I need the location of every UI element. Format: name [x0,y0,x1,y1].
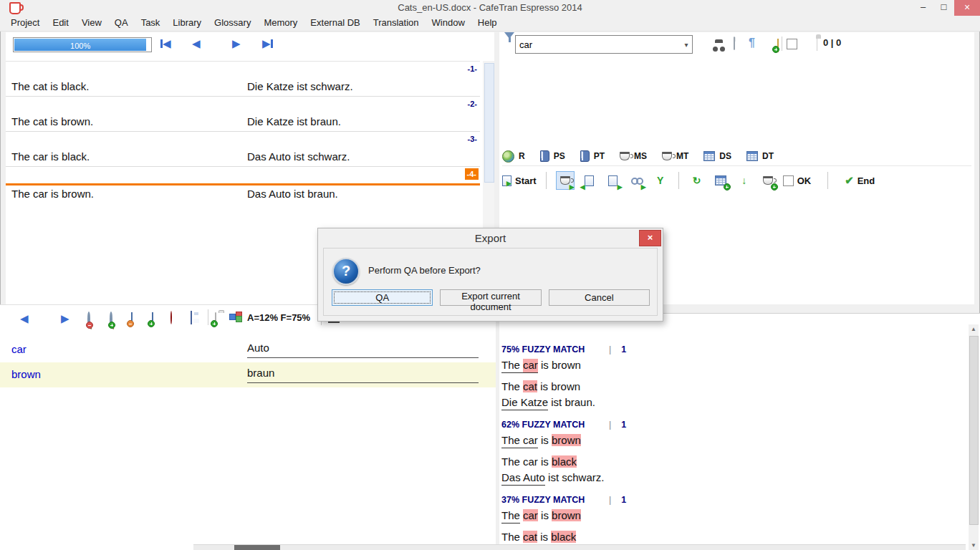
doc-previous-icon[interactable]: ◀ [581,172,598,189]
menu-item-task[interactable]: Task [135,16,167,30]
menu-item-window[interactable]: Window [426,16,471,30]
question-icon: ? [332,258,360,285]
previous-segment-icon[interactable]: ◀ [192,37,201,50]
horizontal-scrollbar-thumb[interactable] [234,545,280,550]
refresh-icon[interactable]: ↻ [688,172,706,189]
resource-button-ds[interactable]: DS [703,151,731,161]
zoom-in-icon[interactable] [110,313,112,326]
memory-row[interactable]: brown braun [0,362,496,387]
menu-item-edit[interactable]: Edit [46,16,75,30]
dialog-close-button[interactable]: × [639,230,661,246]
end-button[interactable]: ✔ End [845,172,875,189]
next-segment-icon[interactable]: ▶ [232,37,241,50]
segment-number: -1- [468,64,477,73]
scroll-down-icon[interactable]: ▼ [969,542,979,549]
start-button[interactable]: ▶ Start [502,172,537,189]
fuzzy-match-percent: 75% FUZZY MATCH [501,342,609,357]
menu-item-memory[interactable]: Memory [257,16,304,30]
resource-button-mt[interactable]: MT [662,151,688,161]
segment-number: -2- [468,100,477,108]
previous-icon[interactable]: ◀ [20,312,29,325]
doc-next-icon[interactable]: ▶ [605,172,622,189]
segment-row[interactable]: -4- The car is brown. Das Auto ist braun… [6,167,480,203]
segment-row[interactable]: -2- The cat is brown. Die Katze ist brau… [6,97,480,132]
menu-item-project[interactable]: Project [4,16,46,30]
link-next-icon[interactable]: ▶ [628,172,645,189]
segment-source-text: The cat is black. [11,80,89,92]
case-add-icon[interactable] [215,313,216,326]
titlebar: Cats_en-US.docx - CafeTran Espresso 2014… [0,0,980,16]
resource-button-ms[interactable]: MS [620,151,647,161]
table-add-icon[interactable] [712,172,729,189]
cancel-button[interactable]: Cancel [549,289,650,306]
memory-panel: ◀ ▶ A=12% F=75% car Auto brown braun [0,304,496,550]
fuzzy-match-header: 37% FUZZY MATCH|1 [501,492,960,508]
menu-item-qa[interactable]: QA [108,16,135,30]
resource-label: DT [762,151,774,161]
table-add-icon[interactable] [152,313,153,326]
toolbar-separator [546,172,547,189]
ok-checkbox[interactable]: OK [783,172,812,189]
toolbar-separator [782,37,782,51]
segment-row[interactable]: -1- The cat is black. Die Katze ist schw… [6,62,480,97]
resource-button-dt[interactable]: DT [746,151,774,161]
vertical-scrollbar-thumb[interactable] [969,336,979,525]
vertical-scrollbar[interactable]: ▲ ▼ [969,324,979,550]
segment-row[interactable]: -3- The car is black. Das Auto ist schwa… [6,132,480,167]
first-segment-icon[interactable]: ◀ [160,37,171,50]
zoom-out-icon[interactable] [87,313,90,326]
fuzzy-match-count: 1 [621,495,626,505]
chevron-down-icon[interactable]: ▾ [681,41,692,49]
delete-icon[interactable] [170,311,172,324]
horizontal-scrollbar[interactable] [193,544,966,550]
save-icon[interactable] [191,311,192,324]
segment-source-text: The car is black. [11,150,90,163]
fuzzy-match-block[interactable]: 37% FUZZY MATCH|1 The car is brownThe ca… [501,492,960,550]
search-checkbox[interactable] [787,39,797,49]
add-segment-icon[interactable] [777,39,779,52]
last-segment-icon[interactable]: ▶ [262,37,273,50]
menu-item-glossary[interactable]: Glossary [208,16,257,30]
resource-button-ps[interactable]: PS [540,150,565,162]
table-remove-icon[interactable] [131,313,133,326]
resource-button-r[interactable]: R [502,150,525,163]
close-button[interactable]: × [954,0,980,16]
match-text-run: ist schwarz. [545,471,605,483]
grid-scrollbar-thumb[interactable] [484,63,494,183]
match-text-run: The [501,380,523,392]
cup-next-icon[interactable]: ▶ [556,171,575,190]
menu-item-view[interactable]: View [75,16,108,30]
memory-target-term[interactable]: Auto [247,342,479,358]
cup-add-icon[interactable] [759,172,777,189]
segment-text-row: The car is black. Das Auto ist schwarz. [6,148,480,166]
memory-row[interactable]: car Auto [0,337,496,362]
globe-icon [502,150,514,163]
memory-stats: A=12% F=75% [247,312,310,323]
segment-target-text: Das Auto ist schwarz. [247,150,350,163]
minimize-button[interactable]: – [913,0,933,16]
qa-button[interactable]: QA [332,289,433,306]
search-combobox[interactable]: ▾ [515,35,693,54]
match-text-run: Die Katze [501,396,548,410]
next-icon[interactable]: ▶ [61,312,69,325]
menu-item-external-db[interactable]: External DB [304,16,366,30]
menu-item-library[interactable]: Library [166,16,208,30]
arrow-down-icon[interactable]: ↓ [736,172,753,189]
branch-icon[interactable]: Y [652,172,669,189]
resource-button-pt[interactable]: PT [580,150,605,162]
menu-item-translation[interactable]: Translation [367,16,426,30]
memory-target-term[interactable]: braun [247,367,479,383]
scroll-up-icon[interactable]: ▲ [969,326,979,332]
window-title: Cats_en-US.docx - CafeTran Espresso 2014 [0,0,980,16]
fuzzy-match-block[interactable]: 75% FUZZY MATCH|1 The car is brownThe ca… [501,342,960,410]
mouse-icon[interactable] [734,37,735,50]
fuzzy-match-block[interactable]: 62% FUZZY MATCH|1 The car is brownThe ca… [501,417,960,486]
pilcrow-icon[interactable]: ¶ [749,37,755,49]
memory-source-term: brown [11,368,41,380]
match-highlight-run: black [551,531,576,543]
search-input[interactable] [516,39,681,50]
maximize-button[interactable]: □ [933,0,954,16]
filter-icon[interactable] [504,32,514,51]
export-current-document-button[interactable]: Export current document [440,289,541,306]
menu-item-help[interactable]: Help [471,16,504,30]
